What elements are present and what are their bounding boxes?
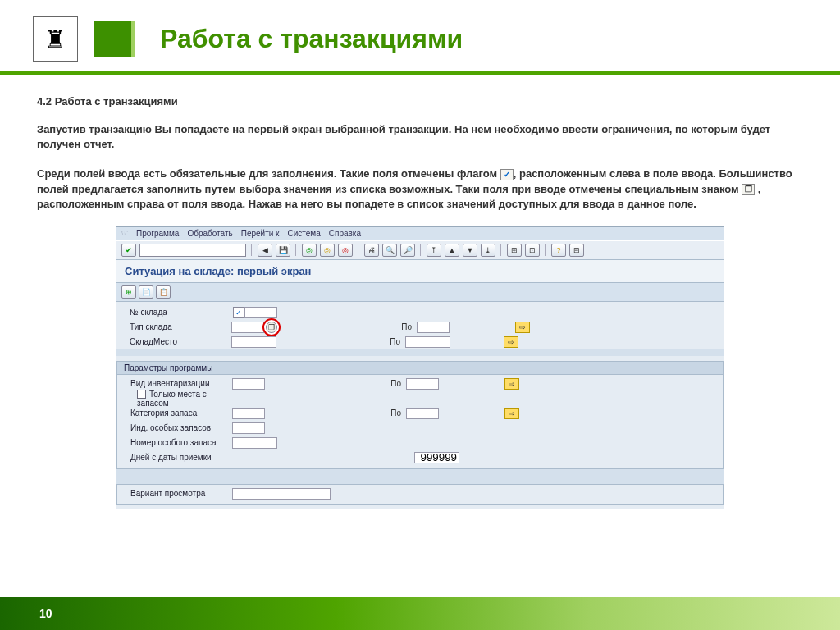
exit-icon[interactable]: ◎ [320, 244, 335, 257]
label-storage-bin: СкладМесто [116, 337, 231, 346]
input-days[interactable] [414, 452, 459, 463]
find-next-icon[interactable]: 🔎 [400, 244, 415, 257]
label-special-stock-no: Номер особого запаса [117, 438, 232, 447]
groupbox-title: Параметры программы [116, 361, 724, 374]
input-inventory-from[interactable] [232, 378, 265, 390]
label-stock-category: Категория запаса [117, 409, 232, 418]
label-to-1: По [392, 322, 417, 331]
paragraph-2: Среди полей ввода есть обязательные для … [37, 167, 803, 212]
sap-main-toolbar: ✔ ◀ 💾 ◎ ◎ ◎ 🖨 🔍 🔎 ⤒ ▲ ▼ ⤓ ⊞ ⊡ [116, 240, 724, 260]
label-to-3: По [381, 379, 406, 388]
next-page-icon[interactable]: ▼ [463, 244, 477, 257]
paragraph-1: Запустив транзакцию Вы попадаете на перв… [37, 122, 803, 152]
green-decoration [94, 21, 131, 57]
prev-page-icon[interactable]: ▲ [445, 244, 459, 257]
slide-header: ♜ Работа с транзакциями [0, 0, 840, 75]
layout-icon[interactable]: ⊟ [569, 244, 584, 257]
label-days-since: Дней с даты приемки [117, 453, 232, 462]
label-display-variant: Вариант просмотра [117, 489, 232, 498]
sap-screen-title: Ситуация на складе: первый экран [116, 260, 724, 282]
sap-menubar: ☞ Программа Обработать Перейти к Система… [116, 227, 724, 240]
slide-title: Работа с транзакциями [160, 24, 463, 54]
menu-help[interactable]: Справка [329, 229, 361, 238]
required-flag-icon: ✓ [233, 307, 244, 318]
label-inventory-type: Вид инвентаризации [117, 379, 232, 388]
execute-button[interactable]: ⊕ [121, 285, 136, 299]
input-warehouse-no[interactable] [244, 307, 277, 318]
sap-form: № склада ✓ Тип склада ❐ По ⇨ СкладМесто … [116, 302, 724, 509]
input-special-ind[interactable] [232, 422, 265, 434]
input-category-to[interactable] [406, 408, 439, 419]
print-icon[interactable]: 🖨 [364, 244, 379, 257]
input-category-from[interactable] [232, 408, 265, 419]
input-storage-bin-to[interactable] [405, 336, 450, 348]
value-help-icon: ❐ [742, 184, 755, 195]
save-button[interactable]: 💾 [276, 244, 290, 257]
command-field[interactable] [139, 244, 246, 257]
label-only-with-stock: Только места с запасом [117, 390, 232, 409]
save-variant-button[interactable]: 📋 [156, 285, 171, 299]
variant-button[interactable]: 📄 [139, 285, 153, 299]
multi-select-button[interactable]: ⇨ [504, 408, 519, 419]
menu-goto[interactable]: Перейти к [241, 229, 280, 238]
slide-footer: 10 [0, 597, 840, 630]
required-flag-icon: ✓ [500, 169, 514, 180]
find-icon[interactable]: 🔍 [382, 244, 397, 257]
crest-logo: ♜ [33, 16, 78, 62]
page-number: 10 [39, 607, 52, 620]
back-button[interactable]: ◀ [258, 244, 272, 257]
menu-edit[interactable]: Обработать [187, 229, 232, 238]
value-help-button[interactable]: ❐ [266, 322, 277, 333]
back-icon[interactable]: ◎ [302, 244, 317, 257]
label-warehouse-no: № склада [116, 308, 231, 317]
input-special-no[interactable] [232, 437, 277, 449]
sap-app-toolbar: ⊕ 📄 📋 [116, 282, 724, 302]
groupbox-variant: Вариант просмотра [116, 484, 724, 505]
label-to-4: По [381, 409, 406, 418]
input-storage-type-to[interactable] [417, 322, 450, 333]
groupbox-params: Вид инвентаризации По ⇨ Только места с з… [116, 374, 724, 469]
cancel-icon[interactable]: ◎ [338, 244, 353, 257]
label-to-2: По [381, 337, 405, 346]
window-control-icon: ☞ [121, 229, 128, 238]
input-storage-type-from[interactable] [231, 322, 264, 333]
enter-button[interactable]: ✔ [121, 244, 136, 257]
label-storage-type: Тип склада [116, 322, 231, 331]
label-special-stock-ind: Инд. особых запасов [117, 423, 232, 432]
last-page-icon[interactable]: ⤓ [481, 244, 495, 257]
input-display-variant[interactable] [232, 488, 331, 500]
input-inventory-to[interactable] [406, 378, 439, 390]
content-area: 4.2 Работа с транзакциями Запустив транз… [0, 75, 840, 509]
first-page-icon[interactable]: ⤒ [427, 244, 441, 257]
help-button-icon[interactable]: ? [551, 244, 566, 257]
new-session-icon[interactable]: ⊞ [507, 244, 522, 257]
menu-system[interactable]: Система [288, 229, 321, 238]
menu-program[interactable]: Программа [136, 229, 179, 238]
multi-select-button[interactable]: ⇨ [504, 378, 519, 390]
input-storage-bin-from[interactable] [231, 336, 276, 348]
section-heading: 4.2 Работа с транзакциями [37, 95, 803, 107]
multi-select-button[interactable]: ⇨ [504, 336, 518, 348]
checkbox-only-stock[interactable] [137, 390, 146, 399]
shortcut-icon[interactable]: ⊡ [525, 244, 540, 257]
multi-select-button[interactable]: ⇨ [515, 322, 530, 333]
sap-window: ☞ Программа Обработать Перейти к Система… [116, 226, 724, 509]
